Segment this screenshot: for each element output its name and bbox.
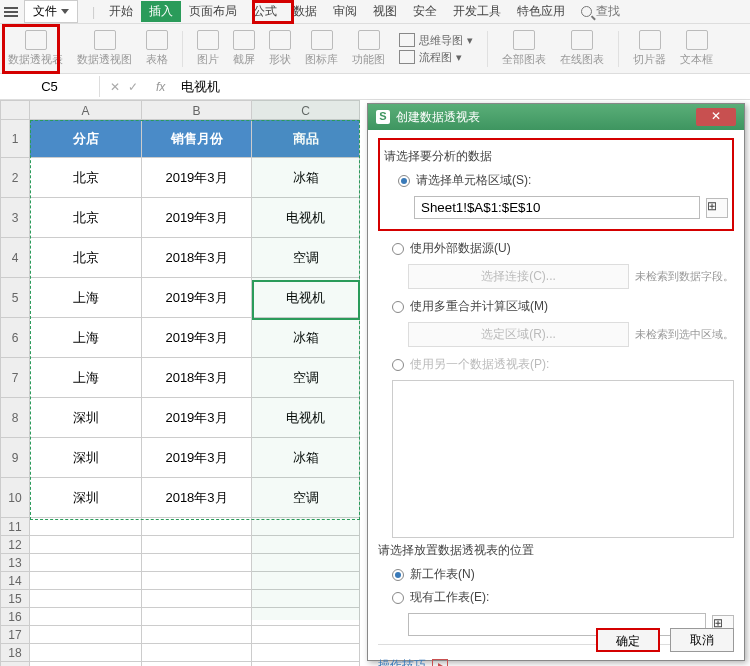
empty-cell[interactable]	[142, 536, 252, 554]
ribbon-slicer[interactable]: 切片器	[633, 30, 666, 67]
row-header[interactable]: 9	[0, 438, 30, 478]
fx-icon[interactable]: fx	[148, 80, 173, 94]
empty-cell[interactable]	[142, 590, 252, 608]
empty-cell[interactable]	[30, 644, 142, 662]
empty-cell[interactable]	[252, 536, 360, 554]
data-cell[interactable]: 2018年3月	[142, 478, 252, 518]
data-cell[interactable]: 2019年3月	[142, 398, 252, 438]
ribbon-shapes[interactable]: 形状	[269, 30, 291, 67]
empty-cell[interactable]	[252, 590, 360, 608]
data-cell[interactable]: 上海	[30, 278, 142, 318]
empty-cell[interactable]	[142, 626, 252, 644]
empty-cell[interactable]	[30, 590, 142, 608]
ribbon-icons[interactable]: 图标库	[305, 30, 338, 67]
menu-data[interactable]: 数据	[285, 1, 325, 22]
data-cell[interactable]: 冰箱	[252, 318, 360, 358]
col-header-a[interactable]: A	[30, 100, 142, 120]
data-cell[interactable]: 深圳	[30, 398, 142, 438]
ribbon-smartart[interactable]: 功能图	[352, 30, 385, 67]
data-cell[interactable]: 冰箱	[252, 158, 360, 198]
menu-security[interactable]: 安全	[405, 1, 445, 22]
data-cell[interactable]: 电视机	[252, 198, 360, 238]
row-header[interactable]: 11	[0, 518, 30, 536]
data-cell[interactable]: 空调	[252, 238, 360, 278]
data-cell[interactable]: 空调	[252, 478, 360, 518]
data-cell[interactable]: 2018年3月	[142, 358, 252, 398]
row-header[interactable]: 12	[0, 536, 30, 554]
row-header[interactable]: 19	[0, 662, 30, 666]
data-cell[interactable]: 2019年3月	[142, 318, 252, 358]
ok-button[interactable]: 确定	[596, 628, 660, 652]
empty-cell[interactable]	[30, 536, 142, 554]
data-cell[interactable]: 2019年3月	[142, 438, 252, 478]
radio-new-sheet[interactable]: 新工作表(N)	[378, 563, 734, 586]
ribbon-textbox[interactable]: 文本框	[680, 30, 713, 67]
radio-external-data[interactable]: 使用外部数据源(U)	[378, 237, 734, 260]
row-header[interactable]: 5	[0, 278, 30, 318]
ribbon-table[interactable]: 表格	[146, 30, 168, 67]
empty-cell[interactable]	[252, 662, 360, 666]
search-button[interactable]: 查找	[581, 3, 620, 20]
data-cell[interactable]: 北京	[30, 158, 142, 198]
empty-cell[interactable]	[142, 608, 252, 626]
empty-cell[interactable]	[30, 572, 142, 590]
empty-cell[interactable]	[30, 662, 142, 666]
empty-cell[interactable]	[252, 608, 360, 626]
data-cell[interactable]: 深圳	[30, 438, 142, 478]
data-cell[interactable]: 深圳	[30, 478, 142, 518]
row-header[interactable]: 15	[0, 590, 30, 608]
formula-input[interactable]	[173, 76, 750, 97]
formula-accept[interactable]: ✓	[128, 80, 138, 94]
data-cell[interactable]: 上海	[30, 358, 142, 398]
row-header[interactable]: 1	[0, 120, 30, 158]
ribbon-mindmap[interactable]: 思维导图▾	[399, 33, 473, 48]
data-cell[interactable]: 电视机	[252, 398, 360, 438]
ribbon-online-chart[interactable]: 在线图表	[560, 30, 604, 67]
menu-view[interactable]: 视图	[365, 1, 405, 22]
menu-insert[interactable]: 插入	[141, 1, 181, 22]
dialog-close-button[interactable]: ✕	[696, 108, 736, 126]
empty-cell[interactable]	[252, 644, 360, 662]
formula-cancel[interactable]: ✕	[110, 80, 120, 94]
header-cell[interactable]: 商品	[252, 120, 360, 158]
empty-cell[interactable]	[142, 662, 252, 666]
data-cell[interactable]: 北京	[30, 198, 142, 238]
menu-special[interactable]: 特色应用	[509, 1, 573, 22]
ribbon-flowchart[interactable]: 流程图▾	[399, 50, 473, 65]
data-cell[interactable]: 2019年3月	[142, 278, 252, 318]
empty-cell[interactable]	[142, 572, 252, 590]
row-header[interactable]: 16	[0, 608, 30, 626]
radio-cell-range[interactable]: 请选择单元格区域(S):	[384, 169, 728, 192]
col-header-c[interactable]: C	[252, 100, 360, 120]
row-header[interactable]: 2	[0, 158, 30, 198]
empty-cell[interactable]	[30, 608, 142, 626]
row-header[interactable]: 3	[0, 198, 30, 238]
menu-review[interactable]: 审阅	[325, 1, 365, 22]
menu-layout[interactable]: 页面布局	[181, 1, 245, 22]
menu-home[interactable]: 开始	[101, 1, 141, 22]
hamburger-icon[interactable]	[4, 11, 18, 13]
row-header[interactable]: 13	[0, 554, 30, 572]
data-cell[interactable]: 2019年3月	[142, 158, 252, 198]
empty-cell[interactable]	[30, 554, 142, 572]
row-header[interactable]: 14	[0, 572, 30, 590]
header-cell[interactable]: 分店	[30, 120, 142, 158]
data-cell[interactable]: 电视机	[252, 278, 360, 318]
col-header-b[interactable]: B	[142, 100, 252, 120]
menu-dev[interactable]: 开发工具	[445, 1, 509, 22]
dialog-titlebar[interactable]: S创建数据透视表 ✕	[368, 104, 744, 130]
ribbon-pivot-table[interactable]: 数据透视表	[8, 30, 63, 67]
empty-cell[interactable]	[142, 644, 252, 662]
data-cell[interactable]: 2019年3月	[142, 198, 252, 238]
range-input[interactable]	[414, 196, 700, 219]
empty-cell[interactable]	[252, 554, 360, 572]
data-cell[interactable]: 冰箱	[252, 438, 360, 478]
data-cell[interactable]: 2018年3月	[142, 238, 252, 278]
ribbon-pivot-chart[interactable]: 数据透视图	[77, 30, 132, 67]
row-header[interactable]: 18	[0, 644, 30, 662]
empty-cell[interactable]	[252, 626, 360, 644]
empty-cell[interactable]	[252, 518, 360, 536]
ribbon-picture[interactable]: 图片	[197, 30, 219, 67]
tips-link[interactable]: 操作技巧	[378, 657, 734, 666]
row-header[interactable]: 6	[0, 318, 30, 358]
